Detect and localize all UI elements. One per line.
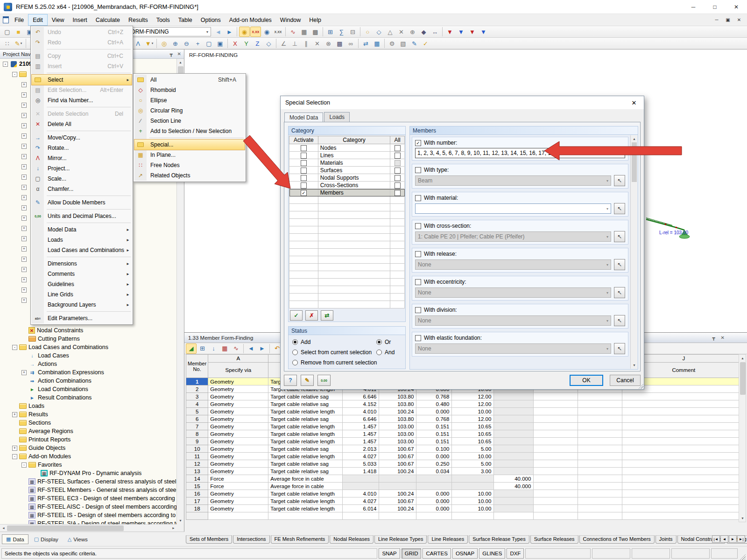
- radio-button[interactable]: [292, 360, 298, 365]
- menu-bar-item[interactable]: File: [10, 14, 28, 26]
- find-via-number-item[interactable]: ◎ Find via Number...: [32, 95, 132, 105]
- y-axis-icon[interactable]: Y: [241, 38, 252, 49]
- tree-item[interactable]: ⇒ Action Combinations: [0, 377, 177, 385]
- tree-expander[interactable]: [21, 496, 27, 501]
- units-button[interactable]: 0.00: [317, 375, 331, 386]
- project-item[interactable]: ↓ Project...: [32, 163, 132, 174]
- table-row[interactable]: 12 Geometry Target cable relative sag 5.…: [186, 460, 745, 468]
- x-axis-icon[interactable]: X: [230, 38, 240, 49]
- tree-expander[interactable]: [21, 387, 27, 392]
- category-row[interactable]: Cross-Sections: [289, 182, 405, 189]
- activate-checkbox[interactable]: [301, 182, 307, 189]
- connect-icon[interactable]: ∞: [345, 38, 356, 49]
- select-free-nodes-item[interactable]: ∷ Free Nodes: [134, 160, 245, 170]
- category-row[interactable]: Nodes: [289, 144, 405, 152]
- import-red-icon[interactable]: ▼: [467, 27, 478, 37]
- criterion-checkbox[interactable]: [415, 195, 421, 201]
- tree-item[interactable]: ▦ RF-DYNAM Pro - Dynamic analysis: [0, 469, 177, 477]
- perpendicular-icon[interactable]: ⊥: [289, 38, 300, 49]
- diagram-icon[interactable]: ∿: [288, 27, 298, 37]
- pin-panel-icon[interactable]: ┳: [170, 51, 173, 56]
- criterion-combobox[interactable]: None ▾: [415, 287, 611, 298]
- scrollbar-thumb[interactable]: [7, 525, 124, 531]
- import-table-icon[interactable]: ↓: [208, 343, 219, 354]
- triangle-tool-icon[interactable]: △: [385, 27, 395, 37]
- navigator-tab[interactable]: ▦ Data: [2, 534, 28, 544]
- export-red-icon[interactable]: ▼: [444, 27, 455, 37]
- pick-from-model-button[interactable]: ↖: [614, 231, 625, 242]
- forward-icon[interactable]: ►: [224, 27, 235, 37]
- mdi-close-button[interactable]: ✕: [734, 15, 744, 25]
- select-section-line-item[interactable]: ∕ Section Line: [134, 116, 245, 126]
- navigator-horizontal-scrollbar[interactable]: ◄ ►: [0, 524, 177, 532]
- next-table-tab-button[interactable]: ►: [729, 535, 737, 543]
- table-icon[interactable]: ▦: [372, 38, 382, 49]
- minimize-button[interactable]: ─: [683, 0, 704, 14]
- scroll-up-icon[interactable]: ▲: [739, 355, 746, 362]
- guideline-icon[interactable]: ✎ ▾: [13, 38, 24, 49]
- activate-checkbox[interactable]: ✓: [301, 190, 307, 196]
- rotate-item[interactable]: ↷ Rotate...: [32, 143, 132, 153]
- criterion-checkbox[interactable]: ✓: [415, 140, 421, 146]
- tree-expander[interactable]: +: [21, 226, 27, 231]
- activate-checkbox[interactable]: [301, 145, 307, 151]
- table-row[interactable]: 3 Geometry Target cable relative sag 6.6…: [186, 393, 745, 400]
- tree-expander[interactable]: [12, 437, 17, 442]
- table-row[interactable]: 17 Geometry Target cable relative length…: [186, 497, 745, 505]
- diagram-wave-icon[interactable]: ∿: [231, 343, 241, 354]
- load-cases-item[interactable]: Load Cases and Combinations ►: [32, 245, 132, 255]
- table-row[interactable]: 10 Geometry Target cable relative sag 2.…: [186, 445, 745, 453]
- menu-bar-item[interactable]: Tools: [152, 14, 174, 26]
- tree-expander[interactable]: -: [12, 454, 17, 459]
- category-row[interactable]: Lines: [289, 152, 405, 159]
- tree-item[interactable]: + ⇉ Combination Expressions: [0, 368, 177, 377]
- redo-item[interactable]: ↷ Redo Ctrl+A: [32, 37, 132, 48]
- tree-expander[interactable]: [12, 429, 17, 434]
- render-icon[interactable]: ▩: [334, 38, 345, 49]
- tree-expander[interactable]: [21, 395, 27, 400]
- pick-from-model-button[interactable]: ↖: [614, 343, 625, 354]
- navigator-tab[interactable]: ▢ Display: [30, 535, 62, 544]
- isometric-view-icon[interactable]: ◇: [263, 38, 274, 49]
- delete-tool-icon[interactable]: ✕: [312, 38, 323, 49]
- tree-expander[interactable]: [21, 479, 27, 484]
- tree-expander[interactable]: [21, 488, 27, 493]
- beam-icon[interactable]: ⊟: [347, 27, 358, 37]
- activate-checkbox[interactable]: [301, 175, 307, 181]
- guidelines-item[interactable]: Guidelines ►: [32, 279, 132, 289]
- tree-expander[interactable]: [12, 404, 17, 409]
- tree-item[interactable]: ▦ RF-STEEL EC3 - Design of steel members…: [0, 494, 177, 503]
- tree-item[interactable]: ▦ RF-STEEL AISC - Design of steel member…: [0, 503, 177, 511]
- maximize-button[interactable]: □: [704, 0, 726, 14]
- stamp-icon[interactable]: ▼ ▾: [144, 38, 155, 49]
- tree-expander[interactable]: -: [12, 72, 17, 77]
- chamfer-item[interactable]: α Chamfer...: [32, 184, 132, 194]
- tree-expander[interactable]: +: [21, 82, 27, 87]
- tree-expander[interactable]: [21, 362, 27, 367]
- table-tab[interactable]: Nodal Releases: [330, 535, 374, 544]
- all-checkbox[interactable]: [395, 145, 401, 151]
- close-button[interactable]: ✕: [726, 0, 747, 14]
- table-tab[interactable]: Surface Release Types: [469, 535, 529, 544]
- allow-double-members-item[interactable]: ✎ Allow Double Members: [32, 197, 132, 208]
- help-button[interactable]: ?: [284, 375, 297, 386]
- tree-expander[interactable]: +: [21, 246, 27, 252]
- select-item[interactable]: Select ►: [32, 75, 132, 85]
- tree-item[interactable]: ▦ RF-STEEL IS - Design of steel members …: [0, 511, 177, 519]
- tree-expander[interactable]: +: [21, 144, 27, 149]
- parallel-icon[interactable]: ∥: [301, 38, 311, 49]
- tree-item[interactable]: ▦ RF-STEEL Surfaces - General stress ana…: [0, 477, 177, 486]
- tree-expander[interactable]: +: [12, 446, 17, 451]
- mesh-icon[interactable]: ▦: [299, 27, 310, 37]
- uncheck-all-button[interactable]: ✗: [305, 310, 318, 321]
- menu-bar-item[interactable]: View: [48, 14, 69, 26]
- criterion-checkbox[interactable]: [415, 279, 421, 285]
- logic-radio-option[interactable]: Or: [376, 337, 395, 347]
- check-all-button[interactable]: ✓: [290, 310, 303, 321]
- scrollbar-thumb[interactable]: [632, 142, 637, 182]
- all-checkbox[interactable]: [395, 160, 401, 166]
- angle-icon[interactable]: ∠: [278, 38, 289, 49]
- criterion-checkbox[interactable]: [415, 223, 421, 229]
- scroll-up-icon[interactable]: ▲: [631, 135, 638, 142]
- scroll-right-icon[interactable]: ►: [170, 525, 177, 532]
